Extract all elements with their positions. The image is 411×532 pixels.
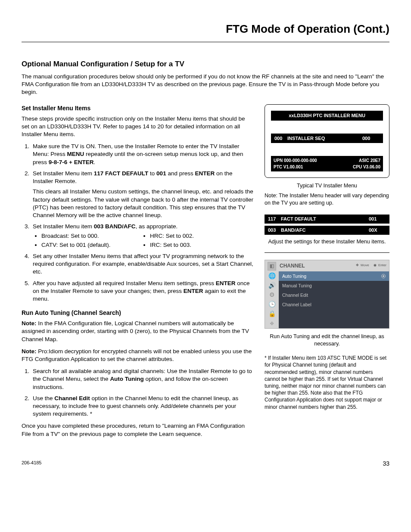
gear-icon: ⚙ [265,290,279,300]
footnote: * If Installer Menu item 103 ATSC TUNE M… [265,355,389,411]
bullet-hrc: HRC: Set to 002. [150,232,254,240]
closing-paragraph: Once you have completed these procedures… [22,422,254,438]
bullet-irc: IRC: Set to 003. [150,241,254,249]
step-4: Set any other Installer Menu items that … [31,252,254,276]
auto-tuning-title: Run Auto Tuning (Channel Search) [22,309,254,317]
installer-steps: Make sure the TV is ON. Then, use the In… [22,143,254,303]
osd-row-auto-tuning[interactable]: Auto Tuning [279,271,389,281]
lock-icon: 🔒 [265,309,279,319]
globe-icon: 🌐 [265,271,279,281]
header-rule [22,42,389,42]
input-icon: ⎆ [265,319,279,328]
enter-icon: ◉ [374,263,377,268]
set-installer-intro: These steps provide specific instruction… [22,115,254,139]
step-3: Set Installer Menu item 003 BAND/AFC, as… [31,223,254,249]
figure-divider [265,252,389,253]
osd-icon-column: 🌐 🔊 ⚙ 🕒 🔒 ⎆ [265,271,279,329]
menu-row-seq: 000 INSTALLER SEQ 000 [271,134,383,143]
radio-icon [381,274,386,278]
step-2-detail: This clears all Installer Menu custom se… [33,188,254,219]
channel-osd-figure: ◧ CHANNEL ✥ Move ◉ Enter 🌐 🔊 ⚙ 🕒 🔒 [265,260,389,329]
osd-list: Auto Tuning Manual Tuning Channel Edit C… [279,271,389,329]
osd-row-empty [279,309,389,319]
menu-header: xxLD330H PTC INSTALLER MENU [271,111,383,121]
set-installer-title: Set Installer Menu Items [22,104,254,112]
move-icon: ✥ [356,263,359,268]
clock-icon: 🕒 [265,300,279,309]
step-5: After you have adjusted all required Ins… [31,280,254,303]
auto-tuning-steps: Search for all available analog and digi… [22,367,254,418]
bullet-catv: CATV: Set to 001 (default). [41,241,146,249]
osd-header: ◧ CHANNEL ✥ Move ◉ Enter [265,260,389,271]
section-title: Optional Manual Configuration / Setup fo… [22,59,389,69]
setting-bar-117: 117 FACT DEFAULT 001 [265,215,389,224]
auto-tuning-note1: Note: In the FMA Configuration file, Log… [22,320,254,343]
doc-id: 206-4185 [22,460,42,468]
page-footer: 206-4185 33 [22,460,389,468]
audio-icon: 🔊 [265,281,279,290]
page-title: FTG Mode of Operation (Cont.) [22,22,389,37]
page-number: 33 [383,460,389,468]
menu-footer: UPN 000-000-000-000 ASIC 20E7 PTC V1.00.… [271,156,383,171]
installer-menu-note: Note: The Installer Menu header will var… [265,192,389,207]
installer-menu-figure: xxLD330H PTC INSTALLER MENU 000 INSTALLE… [265,104,389,178]
osd-row-manual-tuning[interactable]: Manual Tuning [279,281,389,290]
bullet-broadcast: Broadcast: Set to 000. [41,232,146,240]
settings-caption: Adjust the settings for these Installer … [265,238,389,246]
picture-icon: ◧ [268,262,276,271]
osd-row-channel-label[interactable]: Channel Label [279,300,389,309]
at-step-1: Search for all available analog and digi… [31,367,254,391]
step-1: Make sure the TV is ON. Then, use the In… [31,143,254,166]
setting-bar-003: 003 BAND/AFC 00X [265,226,389,235]
osd-row-channel-edit[interactable]: Channel Edit [279,290,389,300]
auto-tuning-note2: Note: Pro:Idiom decryption for encrypted… [22,348,254,363]
channel-osd-caption: Run Auto Tuning and edit the channel lin… [265,333,389,348]
osd-row-empty [279,319,389,328]
at-step-2: Use the Channel Edit option in the Chann… [31,395,254,418]
intro-paragraph: The manual configuration procedures belo… [22,73,389,96]
step-2: Set Installer Menu item 117 FACT DEFAULT… [31,170,254,219]
step-3-bullets: Broadcast: Set to 000. HRC: Set to 002. … [33,232,254,249]
installer-menu-caption: Typical TV Installer Menu [265,182,389,190]
